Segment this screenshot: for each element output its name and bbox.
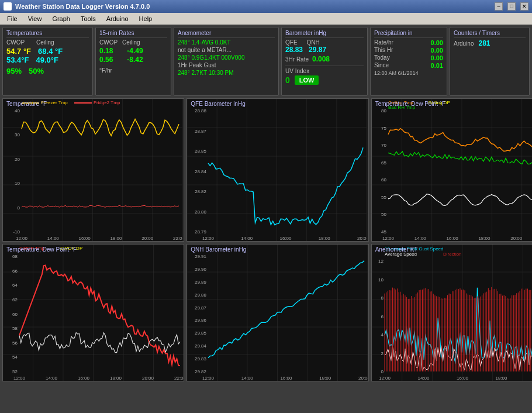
baro-3hr-val: 0.008 <box>312 55 330 63</box>
arduino-label: Arduino <box>454 40 474 47</box>
temp-ceiling-3: 50% <box>29 67 44 75</box>
close-button[interactable]: ✕ <box>520 2 528 11</box>
baro-header: QFE QNH <box>285 39 364 46</box>
qfe-val: 28.83 <box>285 46 303 54</box>
temp-dp1-chart-title: Temperature, Dew Point °F <box>375 101 445 107</box>
temp-ceiling-1: 68.4 °F <box>38 47 63 56</box>
precipitation-title: Precipitation in <box>374 30 443 38</box>
menu-help[interactable]: Help <box>134 14 157 23</box>
precip-today-val: 0.00 <box>431 54 443 61</box>
precip-row4: Since 0.01 <box>374 62 443 69</box>
temp-chart-canvas <box>3 99 182 242</box>
temperatures-header: CWOP Ceiling <box>6 39 89 46</box>
precip-rate-label: Rate/hr <box>374 39 393 46</box>
baro-3hr-row: 3Hr Rate 0.008 <box>285 55 364 63</box>
temp-cwop-2: 53.4°F <box>6 56 29 64</box>
temp-ceiling-2: 49.0°F <box>36 56 58 64</box>
counters-row: Arduino 281 <box>454 39 526 47</box>
anem-line4: 1Hr Peak Gust <box>178 62 275 68</box>
precip-thishr-label: This Hr <box>374 47 393 54</box>
qfe-chart-title: QFE Barometer inHg <box>191 101 245 107</box>
temp-chart-panel: Temperature °F <box>2 98 184 242</box>
temperatures-panel: Temperatures CWOP Ceiling 54.7 °F 68.4 °… <box>2 27 93 96</box>
rates-panel: 15-min Rates CWOP Ceiling 0.18 -4.49 0.5… <box>95 27 171 96</box>
qnh-chart-canvas <box>187 245 368 381</box>
rates-header: CWOP Ceiling <box>99 39 167 46</box>
temp-dp1-chart-canvas <box>372 99 532 242</box>
rate-ceiling-1: -4.49 <box>127 47 143 55</box>
rates-cwop-header: CWOP <box>99 39 118 46</box>
precipitation-panel: Precipitation in Rate/hr 0.00 This Hr 0.… <box>370 27 447 96</box>
rates-title: 15-min Rates <box>99 30 167 38</box>
temperatures-title: Temperatures <box>6 30 89 38</box>
rates-ceiling-header: Ceiling <box>122 39 140 46</box>
barometer-title: Barometer inHg <box>285 30 364 38</box>
anem-line3: 248° 0.9G1.4KT 000V000 <box>178 54 275 61</box>
temp-chart-title: Temperature °F <box>6 101 47 107</box>
rates-unit: °F/hr <box>99 67 167 74</box>
qnh-val: 29.87 <box>309 46 326 54</box>
uv-section: UV Index 0 LOW <box>285 66 364 85</box>
precip-since-label: Since <box>374 62 389 69</box>
anem-chart-panel: Anemometer KT <box>371 244 532 381</box>
temp-dp1-chart-panel: Temperature, Dew Point °F <box>371 98 532 242</box>
temp-row2: 53.4°F 49.0°F <box>6 56 89 64</box>
qnh-chart-panel: QNH Barometer inHg <box>186 244 368 381</box>
menu-arduino[interactable]: Arduino <box>102 14 133 23</box>
precip-since-date: 12:00 AM 6/1/2014 <box>374 70 443 76</box>
maximize-button[interactable]: □ <box>507 2 516 11</box>
menu-file[interactable]: File <box>2 14 22 23</box>
anemometer-title: Anemometer <box>178 30 275 38</box>
uv-value: 0 <box>285 75 290 85</box>
arduino-val: 281 <box>478 39 490 47</box>
cwop-header: CWOP <box>6 39 25 46</box>
menubar: File View Graph Tools Arduino Help <box>0 13 532 25</box>
counters-panel: Counters / Timers Arduino 281 <box>450 27 530 96</box>
uv-label: UV Index <box>285 68 364 74</box>
ceiling-header: Ceiling <box>36 39 54 46</box>
precip-row1: Rate/hr 0.00 <box>374 39 443 46</box>
titlebar: Weather Station Data Logger Version 4.7.… <box>0 0 532 13</box>
anem-chart-canvas <box>372 245 532 381</box>
app-title: Weather Station Data Logger Version 4.7.… <box>15 3 490 10</box>
temp-dp2-chart-panel: Temperature, Dew Point °F <box>2 244 184 381</box>
minimize-button[interactable]: – <box>495 2 503 11</box>
qnh-header: QNH <box>307 39 320 46</box>
charts-row1: Temperature °F QFE Barometer inHg Temper… <box>2 98 532 242</box>
counters-title: Counters / Timers <box>454 30 526 38</box>
baro-3hr-label: 3Hr Rate <box>285 56 309 63</box>
main-content: Temperatures CWOP Ceiling 54.7 °F 68.4 °… <box>0 25 532 413</box>
precip-row3: Today 0.00 <box>374 54 443 61</box>
rate-cwop-2: 0.56 <box>99 56 113 64</box>
anem-chart-title: Anemometer KT <box>375 246 418 253</box>
anem-line5: 248° 2.7KT 10:30 PM <box>178 70 275 76</box>
precip-since-val: 0.01 <box>431 62 443 69</box>
temp-row3: 95% 50% <box>6 67 89 75</box>
menu-view[interactable]: View <box>23 14 47 23</box>
qnh-chart-title: QNH Barometer inHg <box>191 246 246 253</box>
rate-ceiling-2: -8.42 <box>127 56 143 64</box>
menu-tools[interactable]: Tools <box>76 14 101 23</box>
uv-badge: LOW <box>295 75 319 85</box>
precip-rate-val: 0.00 <box>431 39 443 46</box>
precip-thishr-val: 0.00 <box>431 47 443 54</box>
barometer-panel: Barometer inHg QFE QNH 28.83 29.87 3Hr R… <box>281 27 368 96</box>
temp-dp2-chart-canvas <box>3 245 184 381</box>
rates-row1: 0.18 -4.49 <box>99 47 167 55</box>
temp-row1: 54.7 °F 68.4 °F <box>6 47 89 56</box>
anemometer-panel: Anemometer 248° 1.4-AVG 0.0KT not quite … <box>174 27 279 96</box>
anem-line2: not quite a METAR... <box>178 47 275 53</box>
qfe-header: QFE <box>285 39 298 46</box>
temp-cwop-3: 95% <box>6 67 22 75</box>
rate-cwop-1: 0.18 <box>99 47 113 55</box>
temp-dp2-chart-title: Temperature, Dew Point °F <box>6 246 77 253</box>
precip-row2: This Hr 0.00 <box>374 47 443 54</box>
rates-row2: 0.56 -8.42 <box>99 56 167 64</box>
baro-row1: 28.83 29.87 <box>285 46 364 54</box>
menu-graph[interactable]: Graph <box>47 14 75 23</box>
precip-today-label: Today <box>374 54 390 61</box>
app-icon <box>4 2 12 11</box>
charts-area: Temperature °F QFE Barometer inHg Temper… <box>2 98 532 411</box>
charts-sidebar-container: Temperature °F QFE Barometer inHg Temper… <box>2 98 530 411</box>
anem-line1: 248° 1.4-AVG 0.0KT <box>178 39 275 46</box>
